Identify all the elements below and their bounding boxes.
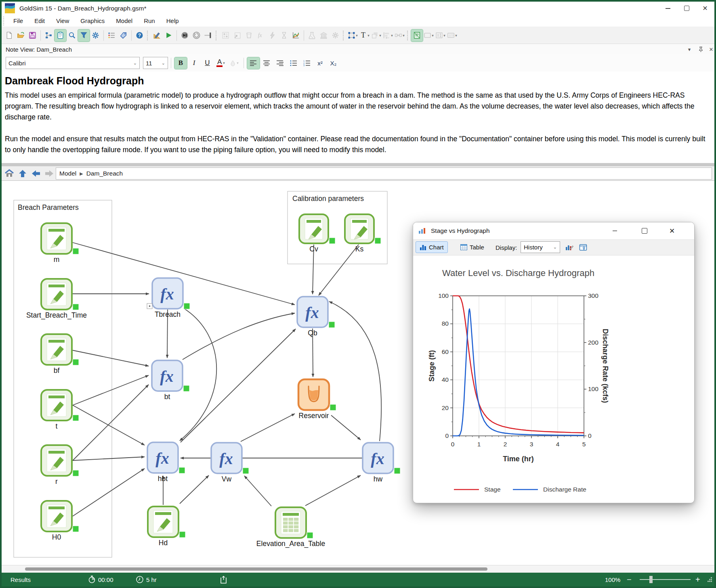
export-run-icon[interactable]	[220, 573, 228, 586]
tab-table[interactable]: Table	[457, 241, 488, 253]
container-label: Breach Parameters	[18, 203, 79, 211]
arrow-hbt-to-qb	[181, 329, 296, 442]
arrow-bt-to-qb	[183, 313, 295, 360]
forward-icon[interactable]	[44, 168, 55, 179]
step-pause-icon[interactable]	[179, 29, 191, 42]
element-tbreach[interactable]: fxTbreach	[147, 278, 190, 318]
note-dropdown-icon[interactable]: ▾	[685, 45, 694, 53]
new-file-icon[interactable]	[3, 29, 15, 42]
result-properties-icon[interactable]	[577, 242, 589, 253]
chart-window[interactable]: Stage vs Hydrograph ✕ ChartTable Display…	[413, 222, 695, 503]
svg-text:0: 0	[451, 441, 455, 448]
bold-button[interactable]: B	[174, 57, 187, 69]
menu-edit[interactable]: Edit	[29, 16, 50, 26]
menu-view[interactable]: View	[50, 16, 75, 26]
note-text-area[interactable]: Dambreak Flood Hydrograph This model use…	[2, 72, 714, 161]
scrollbar-thumb[interactable]	[25, 567, 487, 571]
element-elevation-area-table[interactable]: Elevation_Area_Table	[256, 507, 325, 548]
superscript-button[interactable]: x²	[314, 57, 326, 69]
status-badge	[73, 359, 79, 365]
element-hd[interactable]: Hd	[148, 506, 185, 547]
font-color-button[interactable]: A▾	[214, 57, 227, 69]
close-button[interactable]: ✕	[696, 2, 714, 15]
series-discharge-rate	[453, 309, 584, 436]
breadcrumb-current[interactable]: Dam_Breach	[83, 170, 126, 177]
svg-text:fx: fx	[160, 285, 174, 303]
maximize-button[interactable]	[677, 2, 696, 15]
element-label: Hd	[159, 539, 168, 547]
pane-splitter[interactable]	[2, 163, 714, 166]
reset-run-icon[interactable]	[191, 29, 202, 42]
window-frame	[714, 0, 716, 588]
note-tool-icon[interactable]	[411, 29, 423, 42]
insert-expression-icon: fx	[255, 29, 267, 42]
text-tool-icon[interactable]: T▾	[359, 29, 370, 42]
svg-text:fx: fx	[258, 32, 262, 38]
element-hbt[interactable]: fxhbt	[147, 442, 185, 483]
status-badge	[73, 248, 79, 254]
arrow-hd-to-vw	[180, 475, 209, 504]
subscript-button[interactable]: X₂	[327, 57, 340, 69]
run-model-icon[interactable]	[163, 29, 174, 42]
home-icon[interactable]	[4, 168, 15, 179]
time-slider-icon[interactable]	[202, 29, 214, 42]
menu-help[interactable]: Help	[161, 16, 185, 26]
zoom-in-button[interactable]: +	[695, 573, 700, 586]
tab-chart[interactable]: Chart	[416, 241, 448, 253]
menu-file[interactable]: File	[8, 16, 29, 26]
select-tool-icon[interactable]: ▾	[347, 29, 359, 42]
arrow-vw-to-reservoir	[241, 414, 295, 442]
zoom-out-button[interactable]: −	[627, 573, 632, 586]
svg-text:100: 100	[588, 385, 598, 392]
align-center-button[interactable]	[260, 57, 273, 69]
minimize-button[interactable]	[659, 2, 677, 15]
font-name-select[interactable]: Calibri⌄	[6, 57, 140, 69]
underline-button[interactable]: U	[201, 57, 214, 69]
element-vw[interactable]: fxVw	[211, 443, 249, 483]
edit-chart-style-icon[interactable]	[563, 242, 575, 253]
save-icon[interactable]	[27, 29, 38, 42]
menu-graphics[interactable]: Graphics	[75, 16, 110, 26]
help-icon[interactable]: ?	[134, 29, 145, 42]
element-reservoir[interactable]: Reservoir	[298, 379, 336, 420]
element-qb[interactable]: fxQb	[297, 297, 335, 337]
chart-minimize-button[interactable]	[606, 222, 623, 239]
numbered-list-button[interactable]: 123	[300, 57, 313, 69]
go-up-icon[interactable]	[17, 168, 28, 179]
bullet-list-button[interactable]	[287, 57, 300, 69]
time-history-result-icon[interactable]	[290, 29, 302, 42]
align-left-button[interactable]	[247, 57, 260, 69]
font-size-select[interactable]: 11⌄	[143, 57, 168, 69]
align-right-button[interactable]	[274, 57, 286, 69]
toolbar-separator	[40, 30, 41, 41]
toolbar-separator	[304, 30, 304, 41]
options-gear-icon[interactable]	[90, 29, 101, 42]
back-icon[interactable]	[30, 168, 42, 179]
horizontal-scrollbar[interactable]	[2, 565, 714, 573]
menu-model[interactable]: Model	[110, 16, 138, 26]
edit-mode-icon[interactable]	[151, 29, 163, 42]
italic-button[interactable]: I	[188, 57, 200, 69]
element-hw[interactable]: fxhw	[363, 443, 400, 483]
insert-delay-icon	[278, 29, 290, 42]
window-title: GoldSim 15 - Dam_Breach_Hydrograph.gsm*	[19, 5, 146, 12]
chart-close-button[interactable]: ✕	[664, 222, 680, 239]
display-select[interactable]: History⌄	[521, 241, 560, 253]
find-icon[interactable]	[66, 29, 78, 42]
chart-maximize-button[interactable]	[636, 222, 653, 239]
breadcrumb-model[interactable]: Model	[56, 170, 80, 177]
tag-icon[interactable]	[118, 29, 129, 42]
filter-icon[interactable]	[78, 29, 90, 42]
svg-text:fx: fx	[371, 450, 384, 468]
open-file-icon[interactable]	[15, 29, 27, 42]
element-bt[interactable]: fxbt	[152, 360, 189, 401]
zoom-slider[interactable]	[640, 579, 691, 580]
model-browser-icon[interactable]	[43, 29, 55, 42]
note-pin-icon[interactable]	[696, 45, 705, 53]
note-view-icon[interactable]	[55, 29, 66, 42]
zoom-slider-thumb[interactable]	[649, 576, 653, 583]
chart-window-title: Stage vs Hydrograph	[431, 227, 490, 234]
element-label: Vw	[222, 475, 232, 483]
menu-run[interactable]: Run	[138, 16, 161, 26]
run-list-icon[interactable]	[106, 29, 118, 42]
